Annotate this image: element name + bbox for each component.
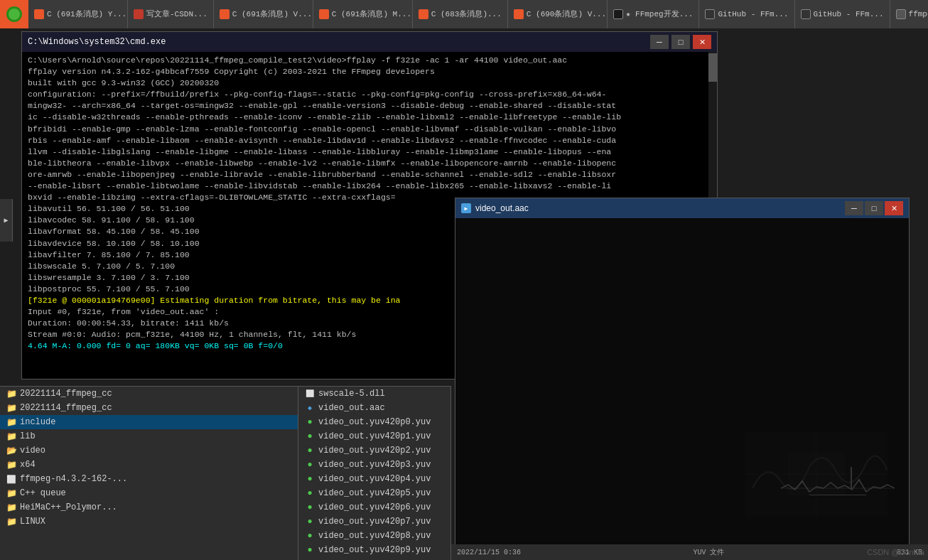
file-item-label-1: 20221114_ffmpeg_cc [20, 389, 112, 399]
video-marker-vline [851, 467, 852, 488]
folder-icon-7: 📁 [6, 502, 17, 512]
folder-icon-4: 📁 [6, 431, 17, 441]
file-tree: 📁 20221114_ffmpeg_cc 📁 20221114_ffmpeg_c… [0, 387, 298, 560]
tab-icon-2 [134, 9, 144, 19]
file-item-label-10: LINUX [20, 517, 45, 527]
tab-2[interactable]: 写文章-CSDN... [128, 0, 214, 28]
file-right-yuv1[interactable]: ● video_out.yuv420p1.yuv [298, 429, 450, 443]
tab-label-2: 写文章-CSDN... [146, 9, 207, 19]
file-item-video[interactable]: 📂 video [0, 443, 298, 458]
file-item-cppqueue[interactable]: 📁 C++ queue [0, 486, 298, 500]
file-item-label-7: ffmpeg-n4.3.2-162-... [20, 474, 127, 484]
cmd-close-button[interactable]: ✕ [693, 35, 711, 49]
file-item-20221114-2[interactable]: 📁 20221114_ffmpeg_cc [0, 401, 298, 415]
file-right-yuv2[interactable]: ● video_out.yuv420p2.yuv [298, 443, 450, 458]
tab-icon-7 [613, 9, 623, 19]
file-right-yuv8[interactable]: ● video_out.yuv420p8.yuv [298, 529, 450, 543]
file-right-yuv5[interactable]: ● video_out.yuv420p5.yuv [298, 486, 450, 500]
cmd-line-1: ffplay version n4.3.2-162-g4bbcaf7559 Co… [28, 66, 711, 77]
file-right-yuv4[interactable]: ● video_out.yuv420p4.yuv [298, 472, 450, 486]
taskbar: C (691条消息) Y... 写文章-CSDN... C (691条消息) V… [0, 0, 928, 28]
tab-label-9: GitHub - FFm... [814, 10, 884, 18]
tab-icon-3 [220, 9, 230, 19]
video-window-controls: ─ □ ✕ [845, 201, 903, 215]
file-right-swscale[interactable]: ⬜ swscale-5.dll [298, 387, 450, 401]
tab-icon-8 [705, 9, 715, 19]
file-item-ffmpeg[interactable]: ⬜ ffmpeg-n4.3.2-162-... [0, 472, 298, 486]
cmd-scrollbar-thumb [708, 53, 717, 82]
tab-4[interactable]: C (691条消息) M... [313, 0, 413, 28]
yuv-icon-7: ● [304, 517, 315, 527]
tab-8[interactable]: GitHub - FFm... [699, 0, 794, 28]
cmd-line-11: --enable-libsrt --enable-libtwolame --en… [28, 181, 711, 192]
tab-icon-9 [801, 9, 811, 19]
tab-label-5: C (683条消息)... [431, 9, 502, 19]
tab-icon-1 [34, 9, 44, 19]
yuv-icon-5: ● [304, 488, 315, 498]
tab-label-6: C (690条消息) V... [527, 9, 606, 19]
tab-10[interactable]: ffmpeg - 搜索 [890, 0, 928, 28]
yuv-icon-6: ● [304, 502, 315, 512]
file-item-label-9: HeiMaC++_Polymor... [20, 502, 117, 512]
dll-file-icon: ⬜ [304, 389, 315, 399]
video-marker-line [809, 495, 866, 495]
tab-icon-10 [896, 9, 906, 19]
video-titlebar: ▶ video_out.aac ─ □ ✕ [455, 198, 909, 218]
folder-icon-1: 📁 [6, 389, 17, 399]
file-item-20221114-1[interactable]: 📁 20221114_ffmpeg_cc [0, 387, 298, 401]
cmd-minimize-button[interactable]: ─ [650, 35, 669, 49]
tab-9[interactable]: GitHub - FFm... [795, 0, 890, 28]
watermark: CSDN @Dontua [867, 548, 924, 556]
cmd-line-2: built with gcc 9.3-win32 (GCC) 20200320 [28, 77, 711, 89]
file-explorer-panel: 📁 20221114_ffmpeg_cc 📁 20221114_ffmpeg_c… [0, 386, 298, 560]
file-right-aac[interactable]: ◆ video_out.aac [298, 401, 450, 415]
statusbar-date: 2022/11/15 0:36 [457, 549, 521, 556]
file-right-label-4: video_out.yuv420p1.yuv [318, 431, 431, 441]
watermark-text: CSDN @Dontua [867, 548, 924, 556]
file-right-label-12: video_out.yuv420p9.yuv [318, 545, 431, 555]
aac-file-icon: ◆ [304, 403, 315, 413]
file-right-label-7: video_out.yuv420p4.yuv [318, 474, 431, 484]
tab-1[interactable]: C (691条消息) Y... [28, 0, 128, 28]
yuv-icon-0: ● [304, 417, 315, 427]
tab-icon-4 [319, 9, 329, 19]
file-right-yuv6[interactable]: ● video_out.yuv420p6.yuv [298, 500, 450, 515]
file-item-heimac[interactable]: 📁 HeiMaC++_Polymor... [0, 500, 298, 515]
tab-label-3: C (691条消息) V... [232, 9, 312, 19]
taskbar-tabs: C (691条消息) Y... 写文章-CSDN... C (691条消息) V… [28, 0, 928, 28]
cmd-line-8: llvm --disable-libglslang --enable-libgm… [28, 146, 711, 158]
yuv-icon-8: ● [304, 531, 315, 541]
file-item-label-3: include [20, 417, 55, 427]
file-item-linux[interactable]: 📁 LINUX [0, 515, 298, 529]
video-minimize-button[interactable]: ─ [845, 201, 863, 215]
file-item-x64[interactable]: 📁 x64 [0, 458, 298, 472]
start-button[interactable] [0, 0, 28, 28]
file-right-yuv7[interactable]: ● video_out.yuv420p7.yuv [298, 515, 450, 529]
file-right-yuv3[interactable]: ● video_out.yuv420p3.yuv [298, 458, 450, 472]
tab-label-7: ★ FFmpeg开发... [626, 9, 694, 19]
cmd-line-5: ic --disable-w32threads --enable-pthread… [28, 112, 711, 123]
sidebar-toggle[interactable]: ▶ [0, 199, 13, 242]
file-item-label-6: x64 [20, 460, 36, 470]
file-item-include[interactable]: 📁 include [0, 415, 298, 429]
tab-3[interactable]: C (691条消息) V... [214, 0, 313, 28]
audio-waveform [781, 474, 895, 502]
file-item-label-8: C++ queue [20, 488, 66, 498]
tab-6[interactable]: C (690条消息) V... [508, 0, 608, 28]
file-right-yuv0[interactable]: ● video_out.yuv420p0.yuv [298, 415, 450, 429]
video-maximize-button[interactable]: □ [865, 201, 883, 215]
file-item-label-5: video [20, 446, 45, 456]
video-close-button[interactable]: ✕ [885, 201, 903, 215]
file-right-panel: ⬜ swscale-5.dll ◆ video_out.aac ● video_… [298, 386, 451, 560]
file-right-yuv9[interactable]: ● video_out.yuv420p9.yuv [298, 543, 450, 557]
tab-label-1: C (691条消息) Y... [47, 9, 126, 19]
cmd-window-controls: ─ □ ✕ [650, 35, 711, 49]
file-item-label-2: 20221114_ffmpeg_cc [20, 403, 112, 413]
file-right-label-1: swscale-5.dll [318, 389, 385, 399]
tab-label-10: ffmpeg - 搜索 [909, 9, 928, 19]
tab-5[interactable]: C (683条消息)... [413, 0, 508, 28]
cmd-maximize-button[interactable]: □ [671, 35, 690, 49]
tab-7[interactable]: ★ FFmpeg开发... [608, 0, 700, 28]
file-item-lib[interactable]: 📁 lib [0, 429, 298, 443]
yuv-icon-2: ● [304, 446, 315, 456]
